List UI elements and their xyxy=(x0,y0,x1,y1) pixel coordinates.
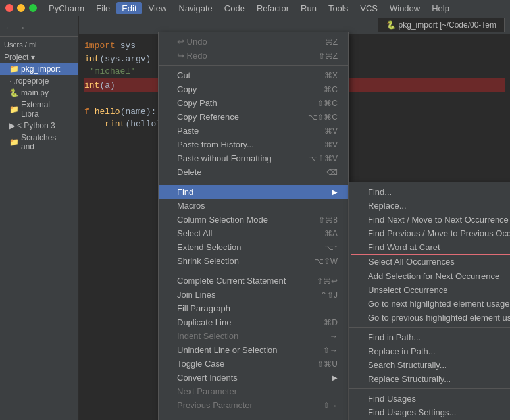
replace-label: Replace... xyxy=(368,201,407,211)
paste-no-format-label: Paste without Formatting xyxy=(177,153,272,163)
separator-2 xyxy=(159,182,348,182)
submenu-find-word[interactable]: Find Word at Caret ⌘F3 xyxy=(349,240,510,254)
sidebar-item-pkg-import[interactable]: 📁 pkg_import xyxy=(0,63,78,75)
menu-help[interactable]: Help xyxy=(426,2,455,14)
menu-toggle-case[interactable]: Toggle Case ⇧⌘U xyxy=(159,357,348,371)
submenu-find-prev[interactable]: Find Previous / Move to Previous Occurre… xyxy=(349,226,510,240)
submenu-find-in-path[interactable]: Find in Path... ⇧⌘F xyxy=(349,330,510,344)
file-icon: · xyxy=(9,76,11,86)
submenu-unselect[interactable]: Unselect Occurrence ⌃⇧G xyxy=(349,283,510,297)
submenu-arrow-icon: ▶ xyxy=(332,188,338,196)
paste-history-shortcut: ⌘V xyxy=(324,140,338,149)
submenu-find[interactable]: Find... ⌘F xyxy=(349,185,510,199)
menu-indent-selection[interactable]: Indent Selection → xyxy=(159,329,348,343)
menu-shrink-selection[interactable]: Shrink Selection ⌥⇧W xyxy=(159,254,348,268)
menu-paste-history[interactable]: Paste from History... ⌘V xyxy=(159,138,348,151)
find-separator-1 xyxy=(349,327,510,328)
submenu-replace-in-path[interactable]: Replace in Path... ⇧⌘R xyxy=(349,344,510,358)
sidebar-item-python3[interactable]: ▶ < Python 3 xyxy=(0,120,78,132)
submenu-goto-prev-highlight[interactable]: Go to previous highlighted element usage… xyxy=(349,311,510,325)
menu-fill-paragraph[interactable]: Fill Paragraph xyxy=(159,302,348,315)
previous-parameter-label: Previous Parameter xyxy=(177,400,253,410)
submenu-find-usages[interactable]: Find Usages ⌥F7 xyxy=(349,392,510,406)
menu-duplicate-line[interactable]: Duplicate Line ⌘D xyxy=(159,315,348,329)
menu-paste-no-format[interactable]: Paste without Formatting ⌥⇧⌘V xyxy=(159,151,348,165)
sidebar-item-mainpy[interactable]: 🐍 main.py xyxy=(0,87,78,99)
indent-selection-shortcut: → xyxy=(330,332,338,341)
submenu-select-all-occurrences[interactable]: Select All Occurrences ⌃G xyxy=(351,254,510,269)
separator-4 xyxy=(159,415,348,415)
sidebar-item-label: pkg_import xyxy=(21,65,60,74)
menu-copy-reference[interactable]: Copy Reference ⌥⇧⌘C xyxy=(159,110,348,124)
sidebar-item-external-libs[interactable]: 📁 External Libra xyxy=(0,99,78,120)
menu-view[interactable]: View xyxy=(143,2,172,14)
submenu-find-next[interactable]: Find Next / Move to Next Occurrence F3 xyxy=(349,213,510,226)
menu-file[interactable]: File xyxy=(91,2,115,14)
menu-next-parameter[interactable]: Next Parameter xyxy=(159,384,348,398)
menubar: PyCharm File Edit View Navigate Code Ref… xyxy=(0,0,510,16)
menu-convert-indents[interactable]: Convert Indents ▶ xyxy=(159,371,348,384)
menu-select-all[interactable]: Select All ⌘A xyxy=(159,226,348,240)
submenu-search-structurally[interactable]: Search Structurally... xyxy=(349,358,510,372)
delete-label: Delete xyxy=(177,167,202,177)
minimize-button[interactable] xyxy=(17,4,25,12)
submenu-replace-structurally[interactable]: Replace Structurally... xyxy=(349,372,510,386)
menu-extend-selection[interactable]: Extend Selection ⌥↑ xyxy=(159,240,348,254)
redo-shortcut: ⇧⌘Z xyxy=(319,51,338,61)
menu-edit[interactable]: Edit xyxy=(116,2,141,14)
folder-icon: 📁 xyxy=(9,138,19,147)
submenu-find-usages-settings[interactable]: Find Usages Settings... ⌥⌘F7 xyxy=(349,406,510,419)
submenu-goto-next-highlight[interactable]: Go to next highlighted element usage ⌘↑ xyxy=(349,297,510,311)
find-label: Find... xyxy=(368,187,392,197)
shrink-selection-shortcut: ⌥⇧W xyxy=(315,257,338,266)
menu-delete[interactable]: Delete ⌫ xyxy=(159,165,348,179)
menu-pycharm[interactable]: PyCharm xyxy=(43,2,89,14)
menu-run[interactable]: Run xyxy=(295,2,322,14)
menu-join-lines[interactable]: Join Lines ⌃⇧J xyxy=(159,288,348,302)
copy-reference-shortcut: ⌥⇧⌘C xyxy=(308,113,338,122)
menu-undo[interactable]: ↩ Undo ⌘Z xyxy=(159,35,348,49)
menu-window[interactable]: Window xyxy=(384,2,425,14)
menu-navigate[interactable]: Navigate xyxy=(174,2,218,14)
menu-copy-path[interactable]: Copy Path ⇧⌘C xyxy=(159,96,348,110)
extend-selection-shortcut: ⌥↑ xyxy=(324,243,338,252)
next-parameter-label: Next Parameter xyxy=(177,386,237,396)
menu-refactor[interactable]: Refactor xyxy=(251,2,294,14)
menu-cut[interactable]: Cut ⌘X xyxy=(159,68,348,82)
tab-label: pkg_import [~/Code/00-Tem xyxy=(399,20,496,30)
maximize-button[interactable] xyxy=(29,4,37,12)
project-label: Project xyxy=(4,53,28,62)
find-usages-label: Find Usages xyxy=(368,394,416,404)
menu-column-selection[interactable]: Column Selection Mode ⇧⌘8 xyxy=(159,213,348,226)
toggle-case-label: Toggle Case xyxy=(177,359,224,369)
menu-code[interactable]: Code xyxy=(219,2,250,14)
replace-structurally-label: Replace Structurally... xyxy=(368,374,451,384)
menu-tools[interactable]: Tools xyxy=(323,2,353,14)
menu-find[interactable]: Find ▶ xyxy=(159,185,348,199)
menu-paste[interactable]: Paste ⌘V xyxy=(159,124,348,138)
menu-complete-statement[interactable]: Complete Current Statement ⇧⌘↩ xyxy=(159,274,348,288)
copy-shortcut: ⌘C xyxy=(324,85,338,94)
close-button[interactable] xyxy=(5,4,13,12)
sidebar: ← → Users / mi Project ▾ 📁 pkg_import · … xyxy=(0,16,79,420)
submenu-replace[interactable]: Replace... ⌘R xyxy=(349,199,510,213)
back-icon[interactable]: ← xyxy=(3,22,14,34)
menu-unindent-line[interactable]: Unindent Line or Selection ⇧→ xyxy=(159,343,348,357)
menu-copy[interactable]: Copy ⌘C xyxy=(159,82,348,96)
find-usages-settings-label: Find Usages Settings... xyxy=(368,407,456,417)
menu-macros[interactable]: Macros xyxy=(159,199,348,213)
menu-vcs[interactable]: VCS xyxy=(355,2,383,14)
menu-previous-parameter[interactable]: Previous Parameter ⇧→ xyxy=(159,398,348,412)
forward-icon[interactable]: → xyxy=(16,22,28,34)
editor-tab[interactable]: 🐍 pkg_import [~/Code/00-Tem xyxy=(378,18,505,32)
copy-path-label: Copy Path xyxy=(177,98,217,108)
convert-indents-arrow: ▶ xyxy=(332,374,338,381)
sidebar-item-ropeproject[interactable]: · .ropeproje xyxy=(0,75,78,87)
submenu-add-selection[interactable]: Add Selection for Next Occurrence ⌃G xyxy=(349,269,510,283)
sidebar-item-scratches[interactable]: 📁 Scratches and xyxy=(0,132,78,153)
undo-shortcut: ⌘Z xyxy=(325,38,338,47)
select-all-shortcut: ⌘A xyxy=(324,229,338,238)
menu-redo[interactable]: ↪ Redo ⇧⌘Z xyxy=(159,49,348,63)
find-word-label: Find Word at Caret xyxy=(368,242,440,252)
select-all-occurrences-label: Select All Occurrences xyxy=(369,257,455,267)
